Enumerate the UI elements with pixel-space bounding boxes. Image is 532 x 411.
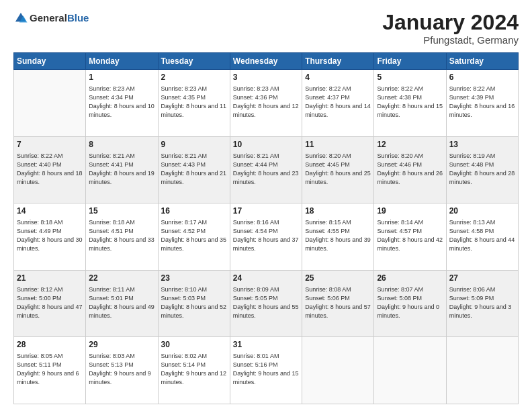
calendar-cell: 3Sunrise: 8:23 AM Sunset: 4:36 PM Daylig… [230,70,302,137]
weekday-header-cell: Thursday [302,53,374,70]
calendar-cell: 6Sunrise: 8:22 AM Sunset: 4:39 PM Daylig… [446,70,518,137]
day-info: Sunrise: 8:15 AM Sunset: 4:55 PM Dayligh… [305,218,371,253]
day-number: 16 [161,205,227,217]
day-info: Sunrise: 8:06 AM Sunset: 5:09 PM Dayligh… [449,285,515,320]
day-info: Sunrise: 8:07 AM Sunset: 5:08 PM Dayligh… [377,285,443,320]
day-number: 28 [17,339,83,351]
day-number: 18 [305,205,371,217]
calendar-cell: 10Sunrise: 8:21 AM Sunset: 4:44 PM Dayli… [230,136,302,203]
calendar-week-row: 7Sunrise: 8:22 AM Sunset: 4:40 PM Daylig… [14,136,519,203]
day-number: 30 [161,339,227,351]
calendar-cell: 25Sunrise: 8:08 AM Sunset: 5:06 PM Dayli… [302,270,374,337]
calendar-cell: 29Sunrise: 8:03 AM Sunset: 5:13 PM Dayli… [86,337,158,404]
day-info: Sunrise: 8:22 AM Sunset: 4:37 PM Dayligh… [305,85,371,120]
month-title: January 2024 [382,11,519,34]
title-block: January 2024 Pfungstadt, Germany [382,11,519,46]
day-info: Sunrise: 8:21 AM Sunset: 4:44 PM Dayligh… [233,152,299,187]
day-number: 12 [377,139,443,150]
day-info: Sunrise: 8:08 AM Sunset: 5:06 PM Dayligh… [305,285,371,320]
weekday-header-cell: Tuesday [158,53,230,70]
day-info: Sunrise: 8:21 AM Sunset: 4:41 PM Dayligh… [89,152,154,187]
day-info: Sunrise: 8:01 AM Sunset: 5:16 PM Dayligh… [233,352,299,387]
calendar-cell: 26Sunrise: 8:07 AM Sunset: 5:08 PM Dayli… [374,270,446,337]
day-info: Sunrise: 8:12 AM Sunset: 5:00 PM Dayligh… [17,285,83,320]
weekday-header-cell: Wednesday [230,53,302,70]
day-info: Sunrise: 8:03 AM Sunset: 5:13 PM Dayligh… [89,352,154,387]
day-number: 19 [377,205,443,217]
logo: GeneralBlue [13,11,89,26]
day-number: 5 [377,72,443,83]
calendar-cell: 7Sunrise: 8:22 AM Sunset: 4:40 PM Daylig… [14,136,86,203]
calendar-cell [374,337,446,404]
day-number: 10 [233,139,299,150]
logo-icon [13,11,28,26]
day-number: 22 [89,273,154,284]
day-info: Sunrise: 8:16 AM Sunset: 4:54 PM Dayligh… [233,218,299,253]
day-number: 13 [449,139,515,150]
day-info: Sunrise: 8:22 AM Sunset: 4:38 PM Dayligh… [377,85,443,120]
page: GeneralBlue January 2024 Pfungstadt, Ger… [0,0,532,411]
day-number: 27 [449,273,515,284]
day-number: 3 [233,72,299,83]
calendar-cell: 22Sunrise: 8:11 AM Sunset: 5:01 PM Dayli… [86,270,158,337]
logo-general: General [30,12,67,24]
calendar-body: 1Sunrise: 8:23 AM Sunset: 4:34 PM Daylig… [14,70,519,404]
calendar-week-row: 28Sunrise: 8:05 AM Sunset: 5:11 PM Dayli… [14,337,519,404]
calendar-cell [302,337,374,404]
day-info: Sunrise: 8:02 AM Sunset: 5:14 PM Dayligh… [161,352,227,387]
calendar-cell: 5Sunrise: 8:22 AM Sunset: 4:38 PM Daylig… [374,70,446,137]
day-info: Sunrise: 8:20 AM Sunset: 4:45 PM Dayligh… [305,152,371,187]
day-info: Sunrise: 8:22 AM Sunset: 4:39 PM Dayligh… [449,85,515,120]
calendar-cell: 16Sunrise: 8:17 AM Sunset: 4:52 PM Dayli… [158,203,230,271]
calendar-cell: 4Sunrise: 8:22 AM Sunset: 4:37 PM Daylig… [302,70,374,137]
calendar-week-row: 14Sunrise: 8:18 AM Sunset: 4:49 PM Dayli… [14,203,519,271]
calendar-cell [14,70,86,137]
day-info: Sunrise: 8:22 AM Sunset: 4:40 PM Dayligh… [17,152,83,187]
calendar-cell: 20Sunrise: 8:13 AM Sunset: 4:58 PM Dayli… [446,203,518,271]
logo-blue: Blue [67,12,89,24]
day-info: Sunrise: 8:09 AM Sunset: 5:05 PM Dayligh… [233,285,299,320]
day-info: Sunrise: 8:05 AM Sunset: 5:11 PM Dayligh… [17,352,83,387]
day-number: 20 [449,205,515,217]
day-info: Sunrise: 8:18 AM Sunset: 4:49 PM Dayligh… [17,218,83,253]
day-info: Sunrise: 8:18 AM Sunset: 4:51 PM Dayligh… [89,218,154,253]
calendar-cell: 18Sunrise: 8:15 AM Sunset: 4:55 PM Dayli… [302,203,374,271]
weekday-header-row: SundayMondayTuesdayWednesdayThursdayFrid… [14,53,519,70]
day-number: 11 [305,139,371,150]
calendar-cell: 14Sunrise: 8:18 AM Sunset: 4:49 PM Dayli… [14,203,86,271]
day-info: Sunrise: 8:13 AM Sunset: 4:58 PM Dayligh… [449,218,515,253]
calendar-cell: 24Sunrise: 8:09 AM Sunset: 5:05 PM Dayli… [230,270,302,337]
weekday-header-cell: Sunday [14,53,86,70]
day-number: 9 [161,139,227,150]
day-info: Sunrise: 8:17 AM Sunset: 4:52 PM Dayligh… [161,218,227,253]
day-info: Sunrise: 8:20 AM Sunset: 4:46 PM Dayligh… [377,152,443,187]
calendar-cell: 13Sunrise: 8:19 AM Sunset: 4:48 PM Dayli… [446,136,518,203]
weekday-header-cell: Friday [374,53,446,70]
calendar-week-row: 1Sunrise: 8:23 AM Sunset: 4:34 PM Daylig… [14,70,519,137]
day-info: Sunrise: 8:23 AM Sunset: 4:36 PM Dayligh… [233,85,299,120]
location: Pfungstadt, Germany [382,34,519,46]
day-info: Sunrise: 8:14 AM Sunset: 4:57 PM Dayligh… [377,218,443,253]
day-info: Sunrise: 8:21 AM Sunset: 4:43 PM Dayligh… [161,152,227,187]
day-info: Sunrise: 8:23 AM Sunset: 4:34 PM Dayligh… [89,85,154,120]
day-number: 8 [89,139,154,150]
calendar-cell: 30Sunrise: 8:02 AM Sunset: 5:14 PM Dayli… [158,337,230,404]
calendar-cell: 17Sunrise: 8:16 AM Sunset: 4:54 PM Dayli… [230,203,302,271]
day-number: 26 [377,273,443,284]
calendar-cell: 9Sunrise: 8:21 AM Sunset: 4:43 PM Daylig… [158,136,230,203]
calendar-cell: 12Sunrise: 8:20 AM Sunset: 4:46 PM Dayli… [374,136,446,203]
calendar-week-row: 21Sunrise: 8:12 AM Sunset: 5:00 PM Dayli… [14,270,519,337]
day-info: Sunrise: 8:11 AM Sunset: 5:01 PM Dayligh… [89,285,154,320]
weekday-header-cell: Monday [86,53,158,70]
day-info: Sunrise: 8:23 AM Sunset: 4:35 PM Dayligh… [161,85,227,120]
day-number: 7 [17,139,83,150]
day-number: 1 [89,72,154,83]
calendar-cell: 15Sunrise: 8:18 AM Sunset: 4:51 PM Dayli… [86,203,158,271]
weekday-header-cell: Saturday [446,53,518,70]
day-number: 29 [89,339,154,351]
calendar-cell: 31Sunrise: 8:01 AM Sunset: 5:16 PM Dayli… [230,337,302,404]
day-number: 21 [17,273,83,284]
calendar-cell: 23Sunrise: 8:10 AM Sunset: 5:03 PM Dayli… [158,270,230,337]
calendar-cell: 8Sunrise: 8:21 AM Sunset: 4:41 PM Daylig… [86,136,158,203]
calendar-cell: 2Sunrise: 8:23 AM Sunset: 4:35 PM Daylig… [158,70,230,137]
